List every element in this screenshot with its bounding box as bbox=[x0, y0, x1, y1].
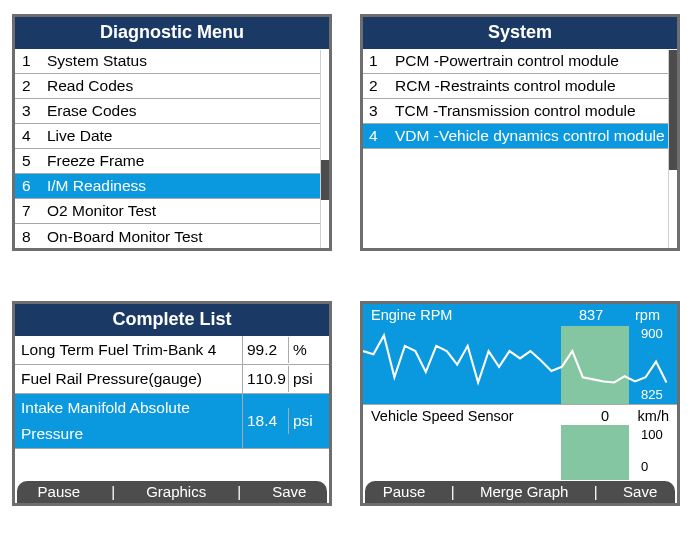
diagnostic-menu-item[interactable]: 7O2 Monitor Test bbox=[15, 199, 329, 224]
diagnostic-menu-list: 1System Status2Read Codes3Erase Codes4Li… bbox=[15, 49, 329, 249]
system-panel: System 1PCM -Powertrain control module2R… bbox=[360, 14, 680, 251]
merge-graph-button[interactable]: Merge Graph bbox=[470, 483, 578, 500]
item-label: VDM -Vehicle dynamics control module bbox=[391, 126, 671, 146]
pause-button[interactable]: Pause bbox=[373, 483, 436, 500]
graph2-ymax: 100 bbox=[641, 427, 673, 442]
item-label: I/M Readiness bbox=[43, 177, 323, 195]
pause-button[interactable]: Pause bbox=[28, 483, 91, 500]
pid-value: 18.4 bbox=[243, 408, 289, 434]
separator: | bbox=[237, 483, 241, 500]
graph2-header: Vehicle Speed Sensor 0 km/h bbox=[363, 405, 677, 424]
scrollbar[interactable] bbox=[320, 50, 329, 248]
item-number: 5 bbox=[21, 152, 43, 170]
graph1-ymin: 825 bbox=[641, 387, 673, 402]
graph2-unit: km/h bbox=[621, 408, 669, 424]
diagnostic-menu-panel: Diagnostic Menu 1System Status2Read Code… bbox=[12, 14, 332, 251]
graph2-selection[interactable] bbox=[561, 425, 629, 480]
graph-footer: Pause | Merge Graph | Save bbox=[365, 481, 675, 503]
diagnostic-menu-item[interactable]: 3Erase Codes bbox=[15, 99, 329, 124]
item-number: 2 bbox=[369, 76, 391, 96]
item-label: Freeze Frame bbox=[43, 152, 323, 170]
scrollbar-thumb[interactable] bbox=[321, 160, 329, 200]
diagnostic-menu-item[interactable]: 2Read Codes bbox=[15, 74, 329, 99]
graph1-yaxis: 900 825 bbox=[641, 326, 673, 402]
separator: | bbox=[594, 483, 598, 500]
pid-name: Fuel Rail Pressure(gauge) bbox=[15, 365, 243, 393]
diagnostic-menu-item[interactable]: 5Freeze Frame bbox=[15, 149, 329, 174]
item-number: 3 bbox=[369, 101, 391, 121]
item-label: On-Board Monitor Test bbox=[43, 228, 323, 246]
graphics-button[interactable]: Graphics bbox=[136, 483, 216, 500]
graph1-name: Engine RPM bbox=[371, 307, 579, 323]
item-label: PCM -Powertrain control module bbox=[391, 51, 671, 71]
graph2-yaxis: 100 0 bbox=[641, 427, 673, 474]
graph1-ymax: 900 bbox=[641, 326, 673, 341]
system-item[interactable]: 3TCM -Transmission control module bbox=[363, 99, 677, 124]
diagnostic-menu-item[interactable]: 4Live Date bbox=[15, 124, 329, 149]
separator: | bbox=[111, 483, 115, 500]
system-list: 1PCM -Powertrain control module2RCM -Res… bbox=[363, 49, 677, 149]
item-number: 8 bbox=[21, 228, 43, 246]
item-number: 2 bbox=[21, 77, 43, 95]
complete-list-row[interactable]: Intake Manifold Absolute Pressure18.4psi bbox=[15, 394, 329, 449]
pid-value: 110.9 bbox=[243, 366, 289, 392]
pid-unit: psi bbox=[289, 408, 329, 434]
pid-unit: % bbox=[289, 337, 329, 363]
item-label: System Status bbox=[43, 52, 323, 70]
complete-list-footer: Pause | Graphics | Save bbox=[17, 481, 327, 503]
complete-list-title: Complete List bbox=[15, 304, 329, 336]
item-number: 7 bbox=[21, 202, 43, 220]
diagnostic-menu-title: Diagnostic Menu bbox=[15, 17, 329, 49]
complete-list-row[interactable]: Fuel Rail Pressure(gauge)110.9psi bbox=[15, 365, 329, 394]
save-button[interactable]: Save bbox=[262, 483, 316, 500]
graph2-value: 0 bbox=[601, 408, 621, 424]
graph2-name: Vehicle Speed Sensor bbox=[371, 408, 601, 424]
item-label: RCM -Restraints control module bbox=[391, 76, 671, 96]
graph-panel: Engine RPM 837 rpm 900 825 Vehicle Speed… bbox=[360, 301, 680, 506]
item-number: 4 bbox=[369, 126, 391, 146]
pid-unit: psi bbox=[289, 366, 329, 392]
diagnostic-menu-item[interactable]: 6I/M Readiness bbox=[15, 174, 329, 199]
graph1-value: 837 bbox=[579, 307, 629, 323]
engine-rpm-graph[interactable]: Engine RPM 837 rpm 900 825 bbox=[363, 304, 677, 404]
system-item[interactable]: 4VDM -Vehicle dynamics control module bbox=[363, 124, 677, 149]
complete-list-table: Long Term Fuel Trim-Bank 499.2%Fuel Rail… bbox=[15, 336, 329, 449]
complete-list-row[interactable]: Long Term Fuel Trim-Bank 499.2% bbox=[15, 336, 329, 365]
system-item[interactable]: 2RCM -Restraints control module bbox=[363, 74, 677, 99]
vehicle-speed-graph[interactable]: Vehicle Speed Sensor 0 km/h 100 0 bbox=[363, 404, 677, 480]
system-title: System bbox=[363, 17, 677, 49]
item-label: Read Codes bbox=[43, 77, 323, 95]
item-label: Erase Codes bbox=[43, 102, 323, 120]
separator: | bbox=[451, 483, 455, 500]
complete-list-panel: Complete List Long Term Fuel Trim-Bank 4… bbox=[12, 301, 332, 506]
scrollbar[interactable] bbox=[668, 50, 677, 248]
diagnostic-menu-item[interactable]: 1System Status bbox=[15, 49, 329, 74]
item-number: 6 bbox=[21, 177, 43, 195]
graph1-header: Engine RPM 837 rpm bbox=[363, 304, 677, 323]
pid-name: Intake Manifold Absolute Pressure bbox=[15, 394, 243, 448]
system-item[interactable]: 1PCM -Powertrain control module bbox=[363, 49, 677, 74]
graph1-unit: rpm bbox=[629, 307, 669, 323]
item-number: 4 bbox=[21, 127, 43, 145]
diagnostic-menu-item[interactable]: 8On-Board Monitor Test bbox=[15, 224, 329, 249]
pid-name: Long Term Fuel Trim-Bank 4 bbox=[15, 336, 243, 364]
item-label: TCM -Transmission control module bbox=[391, 101, 671, 121]
graph2-ymin: 0 bbox=[641, 459, 673, 474]
save-button[interactable]: Save bbox=[613, 483, 667, 500]
scrollbar-thumb[interactable] bbox=[669, 50, 677, 170]
pid-value: 99.2 bbox=[243, 337, 289, 363]
item-number: 1 bbox=[21, 52, 43, 70]
item-number: 1 bbox=[369, 51, 391, 71]
item-label: Live Date bbox=[43, 127, 323, 145]
item-number: 3 bbox=[21, 102, 43, 120]
item-label: O2 Monitor Test bbox=[43, 202, 323, 220]
